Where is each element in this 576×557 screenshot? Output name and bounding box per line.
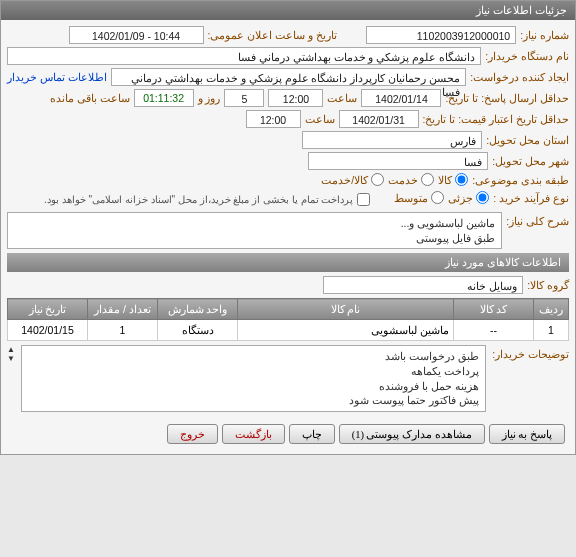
- province-value: فارس: [302, 131, 482, 149]
- buyer-notes-label: توضیحات خریدار:: [492, 345, 569, 360]
- cell-unit: دستگاه: [158, 320, 238, 341]
- panel-title: جزئیات اطلاعات نیاز: [1, 1, 575, 20]
- deadline-time: 12:00: [268, 89, 323, 107]
- need-details-panel: جزئیات اطلاعات نیاز شماره نیاز: 11020039…: [0, 0, 576, 455]
- buy-type-radio-group: جزئی متوسط: [394, 191, 489, 204]
- buyer-note-line: پیش فاکتور حتما پیوست شود: [28, 393, 479, 408]
- creator-value: محسن رحمانيان کارپرداز دانشگاه علوم پزشک…: [111, 68, 466, 86]
- need-desc-label: شرح کلی نیاز:: [506, 212, 569, 227]
- bt-medium-option[interactable]: متوسط: [394, 191, 444, 204]
- validity-time: 12:00: [246, 110, 301, 128]
- treasury-payment-note: پرداخت تمام یا بخشی از مبلغ خرید،از محل …: [44, 194, 353, 205]
- col-unit: واحد شمارش: [158, 299, 238, 320]
- print-button[interactable]: چاپ: [289, 424, 335, 444]
- item-group-label: گروه کالا:: [527, 279, 569, 291]
- city-label: شهر محل تحویل:: [492, 155, 569, 167]
- col-need-date: تاریخ نیاز: [8, 299, 88, 320]
- cat-both-radio[interactable]: [371, 173, 384, 186]
- bt-medium-radio[interactable]: [431, 191, 444, 204]
- cell-item-code: --: [454, 320, 534, 341]
- buyer-org-value: دانشگاه علوم پزشکي و خدمات بهداشتي درمان…: [7, 47, 481, 65]
- category-label: طبقه بندی موضوعی:: [472, 174, 569, 186]
- buyer-note-line: پرداخت یکماهه: [28, 364, 479, 379]
- col-qty: تعداد / مقدار: [88, 299, 158, 320]
- buyer-notes-box: طبق درخواست باشد پرداخت یکماهه هزینه حمل…: [21, 345, 486, 412]
- buyer-contact-link[interactable]: اطلاعات تماس خریدار: [7, 71, 107, 83]
- panel-body: شماره نیاز: 1102003912000010 تاریخ و ساع…: [1, 20, 575, 454]
- need-desc-box: ماشین لباسشویی و... طبق فایل پیوستی: [7, 212, 502, 249]
- cell-row-no: 1: [534, 320, 569, 341]
- scroll-arrows: ▲ ▼: [7, 345, 15, 363]
- announce-datetime-label: تاریخ و ساعت اعلان عمومی:: [208, 29, 338, 41]
- countdown-timer: 01:11:32: [134, 89, 194, 107]
- items-section-header: اطلاعات کالاهای مورد نیاز: [7, 253, 569, 272]
- category-radio-group: کالا خدمت کالا/خدمت: [321, 173, 468, 186]
- need-number-value: 1102003912000010: [366, 26, 516, 44]
- deadline-label: حداقل ارسال پاسخ: تا تاریخ:: [445, 92, 569, 104]
- back-button[interactable]: بازگشت: [222, 424, 285, 444]
- cat-service-radio[interactable]: [421, 173, 434, 186]
- buyer-note-line: هزینه حمل با فروشنده: [28, 379, 479, 394]
- saat-label-2: ساعت: [305, 113, 335, 125]
- days-left: 5: [224, 89, 264, 107]
- province-label: استان محل تحویل:: [486, 134, 569, 146]
- announce-datetime-value: 1402/01/09 - 10:44: [69, 26, 204, 44]
- need-desc-line2: طبق فایل پیوستی: [14, 231, 495, 246]
- validity-label: حداقل تاریخ اعتبار قیمت: تا تاریخ:: [423, 113, 569, 125]
- arrow-down-icon[interactable]: ▼: [7, 354, 15, 363]
- treasury-payment-checkbox[interactable]: [357, 193, 370, 206]
- table-row[interactable]: 1 -- ماشین لباسشویی دستگاه 1 1402/01/15: [8, 320, 569, 341]
- cell-qty: 1: [88, 320, 158, 341]
- cell-item-name: ماشین لباسشویی: [238, 320, 454, 341]
- deadline-date: 1402/01/14: [361, 89, 441, 107]
- arrow-up-icon[interactable]: ▲: [7, 345, 15, 354]
- buy-type-label: نوع فرآیند خرید :: [493, 192, 569, 204]
- city-value: فسا: [308, 152, 488, 170]
- rooz-va-label: روز و: [198, 92, 221, 104]
- col-item-name: نام کالا: [238, 299, 454, 320]
- creator-label: ایجاد کننده درخواست:: [470, 71, 569, 83]
- col-row-no: ردیف: [534, 299, 569, 320]
- cat-goods-option[interactable]: کالا: [438, 173, 468, 186]
- respond-button[interactable]: پاسخ به نیاز: [489, 424, 565, 444]
- button-bar: پاسخ به نیاز مشاهده مدارک پیوستی (1) چاپ…: [7, 420, 569, 448]
- bt-partial-option[interactable]: جزئی: [448, 191, 489, 204]
- view-attachments-button[interactable]: مشاهده مدارک پیوستی (1): [339, 424, 485, 444]
- items-table-header-row: ردیف کد کالا نام کالا واحد شمارش تعداد /…: [8, 299, 569, 320]
- validity-date: 1402/01/31: [339, 110, 419, 128]
- item-group-value: وسایل خانه: [323, 276, 523, 294]
- buyer-org-label: نام دستگاه خریدار:: [485, 50, 569, 62]
- col-item-code: کد کالا: [454, 299, 534, 320]
- need-number-label: شماره نیاز:: [520, 29, 569, 41]
- saat-label-1: ساعت: [327, 92, 357, 104]
- buyer-note-line: طبق درخواست باشد: [28, 349, 479, 364]
- items-table: ردیف کد کالا نام کالا واحد شمارش تعداد /…: [7, 298, 569, 341]
- bt-partial-radio[interactable]: [476, 191, 489, 204]
- remaining-label: ساعت باقی مانده: [50, 92, 130, 104]
- exit-button[interactable]: خروج: [167, 424, 218, 444]
- need-desc-line1: ماشین لباسشویی و...: [14, 216, 495, 231]
- cat-goods-radio[interactable]: [455, 173, 468, 186]
- cat-service-option[interactable]: خدمت: [388, 173, 434, 186]
- cell-need-date: 1402/01/15: [8, 320, 88, 341]
- cat-both-option[interactable]: کالا/خدمت: [321, 173, 384, 186]
